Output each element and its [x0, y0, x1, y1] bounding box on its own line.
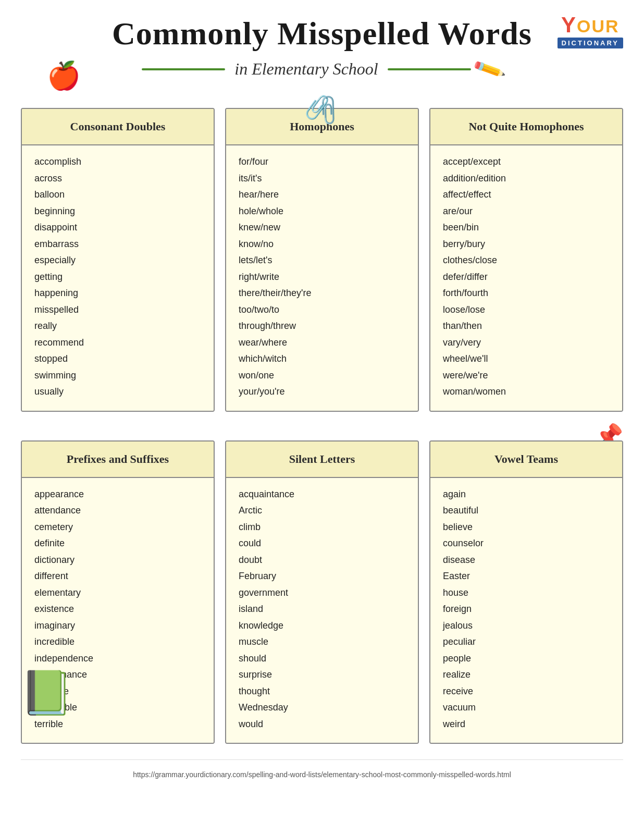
vowel-teams-content: again beautiful believe counselor diseas…: [430, 478, 622, 743]
list-item: jealous: [443, 618, 610, 634]
list-item: through/threw: [239, 318, 405, 335]
list-item: won/one: [239, 367, 405, 384]
list-item: appearance: [34, 486, 201, 503]
list-item: happening: [34, 285, 201, 302]
not-quite-homophones-header: Not Quite Homophones: [430, 109, 622, 145]
list-item: vacuum: [443, 700, 610, 716]
not-quite-homophones-box: Not Quite Homophones accept/except addit…: [429, 108, 623, 412]
list-item: cemetery: [34, 519, 201, 536]
list-item: embarrass: [34, 236, 201, 253]
main-title: Commonly Misspelled Words: [10, 16, 634, 51]
list-item: usually: [34, 384, 201, 400]
list-item: hear/here: [239, 187, 405, 203]
list-item: misspelled: [34, 302, 201, 318]
list-item: woman/women: [443, 384, 610, 400]
list-item: beginning: [34, 203, 201, 220]
list-item: Arctic: [239, 502, 405, 519]
list-item: its/it's: [239, 170, 405, 187]
list-item: defer/differ: [443, 269, 610, 286]
list-item: muscle: [239, 634, 405, 651]
silent-letters-title: Silent Letters: [289, 452, 355, 466]
logo-your: YOUR: [558, 13, 623, 38]
list-item: receive: [443, 683, 610, 700]
not-quite-homophones-title: Not Quite Homophones: [468, 120, 584, 133]
list-item: knew/new: [239, 219, 405, 236]
list-item: are/our: [443, 203, 610, 220]
list-item: affect/effect: [443, 187, 610, 203]
list-item: climb: [239, 519, 405, 536]
list-item: terrible: [34, 716, 201, 733]
list-item: acquaintance: [239, 486, 405, 503]
consonant-doubles-title: Consonant Doubles: [70, 120, 166, 133]
silent-letters-header: Silent Letters: [226, 441, 418, 478]
list-item: attendance: [34, 502, 201, 519]
not-quite-homophones-content: accept/except addition/edition affect/ef…: [430, 145, 622, 411]
list-item: could: [239, 535, 405, 552]
list-item: house: [443, 585, 610, 602]
list-item: getting: [34, 269, 201, 286]
list-item: definite: [34, 535, 201, 552]
list-item: forth/fourth: [443, 285, 610, 302]
list-item: imaginary: [34, 618, 201, 634]
list-item: addition/edition: [443, 170, 610, 187]
list-item: really: [34, 318, 201, 335]
list-item: beautiful: [443, 502, 610, 519]
consonant-doubles-content: accomplish across balloon beginning disa…: [22, 145, 214, 411]
list-item: your/you're: [239, 384, 405, 400]
list-item: right/write: [239, 269, 405, 286]
list-item: weird: [443, 716, 610, 733]
consonant-doubles-box: Consonant Doubles accomplish across ball…: [21, 108, 215, 412]
list-item: berry/bury: [443, 236, 610, 253]
prefixes-suffixes-header: Prefixes and Suffixes: [22, 441, 214, 478]
homophones-content: for/four its/it's hear/here hole/whole k…: [226, 145, 418, 411]
list-item: accomplish: [34, 154, 201, 170]
list-item: vary/very: [443, 335, 610, 351]
subtitle-row: in Elementary School ✏️: [10, 56, 634, 82]
list-item: thought: [239, 683, 405, 700]
list-item: balloon: [34, 187, 201, 203]
page-header: YOUR DICTIONARY 🍎 Commonly Misspelled Wo…: [0, 0, 644, 103]
vowel-teams-title: Vowel Teams: [494, 452, 558, 466]
list-item: again: [443, 486, 610, 503]
vowel-teams-box: Vowel Teams again beautiful believe coun…: [429, 440, 623, 744]
prefixes-suffixes-title: Prefixes and Suffixes: [67, 452, 169, 466]
list-item: foreign: [443, 601, 610, 618]
list-item: recommend: [34, 335, 201, 351]
footer-url-text: https://grammar.yourdictionary.com/spell…: [133, 770, 511, 779]
list-item: hole/whole: [239, 203, 405, 220]
list-item: disappoint: [34, 219, 201, 236]
list-item: incredible: [34, 634, 201, 651]
subtitle-text: in Elementary School: [234, 59, 378, 79]
homophones-box: Homophones for/four its/it's hear/here h…: [225, 108, 419, 412]
list-item: independence: [34, 651, 201, 667]
list-item: across: [34, 170, 201, 187]
pencil-icon: ✏️: [471, 52, 506, 86]
list-item: which/witch: [239, 351, 405, 367]
silent-letters-content: acquaintance Arctic climb could doubt Fe…: [226, 478, 418, 743]
list-item: wheel/we'll: [443, 351, 610, 367]
list-item: know/no: [239, 236, 405, 253]
list-item: too/two/to: [239, 302, 405, 318]
list-item: counselor: [443, 535, 610, 552]
list-item: existence: [34, 601, 201, 618]
list-item: believe: [443, 519, 610, 536]
apple-icon: 🍎: [47, 60, 81, 92]
list-item: lets/let's: [239, 252, 405, 269]
subtitle-line-left: [142, 68, 225, 70]
list-item: for/four: [239, 154, 405, 170]
footer-url: https://grammar.yourdictionary.com/spell…: [21, 759, 623, 787]
consonant-doubles-header: Consonant Doubles: [22, 109, 214, 145]
list-item: were/we're: [443, 367, 610, 384]
list-item: people: [443, 651, 610, 667]
list-item: February: [239, 568, 405, 585]
logo: YOUR DICTIONARY: [558, 13, 623, 48]
list-item: there/their/they're: [239, 285, 405, 302]
list-item: swimming: [34, 367, 201, 384]
list-item: island: [239, 601, 405, 618]
list-item: clothes/close: [443, 252, 610, 269]
list-item: government: [239, 585, 405, 602]
book-icon: 📗: [20, 668, 73, 718]
list-item: disease: [443, 552, 610, 569]
list-item: doubt: [239, 552, 405, 569]
list-item: Wednesday: [239, 700, 405, 716]
